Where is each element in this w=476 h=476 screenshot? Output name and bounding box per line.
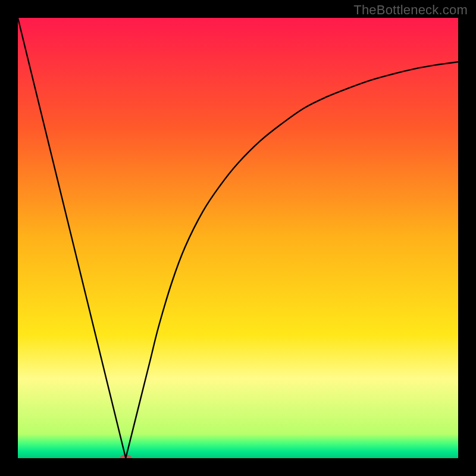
bottleneck-chart xyxy=(18,18,458,458)
chart-frame xyxy=(18,18,458,458)
watermark-text: TheBottleneck.com xyxy=(353,2,468,18)
gradient-background xyxy=(18,18,458,458)
